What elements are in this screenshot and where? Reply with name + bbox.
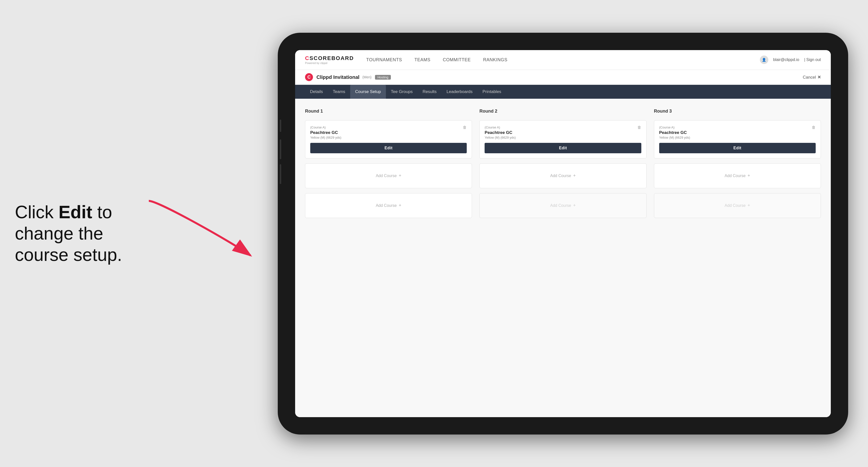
tab-details[interactable]: Details	[305, 85, 328, 99]
tab-bar: Details Teams Course Setup Tee Groups Re…	[295, 85, 831, 99]
tournament-title: Clippd Invitational	[316, 74, 359, 80]
logo-c-letter: C	[305, 55, 310, 61]
nav-committee[interactable]: COMMITTEE	[443, 57, 471, 62]
tab-printables[interactable]: Printables	[478, 85, 506, 99]
round-3-add-course-text-1: Add Course+	[725, 173, 750, 178]
round-1-column: Round 1 🗑 (Course A) Peachtree GC Yellow…	[305, 108, 472, 218]
round-1-add-course-text-1: Add Course+	[376, 173, 401, 178]
nav-links: TOURNAMENTS TEAMS COMMITTEE RANKINGS	[366, 57, 760, 62]
tab-tee-groups[interactable]: Tee Groups	[386, 85, 417, 99]
round-2-delete-icon[interactable]: 🗑	[636, 124, 643, 131]
round-3-add-course-1[interactable]: Add Course+	[654, 163, 821, 188]
round-2-add-course-text-1: Add Course+	[550, 173, 576, 178]
nav-tournaments[interactable]: TOURNAMENTS	[366, 57, 402, 62]
round-1-add-course-text-2: Add Course+	[376, 203, 401, 208]
round-3-add-course-2: Add Course+	[654, 193, 821, 218]
round-1-course-card: 🗑 (Course A) Peachtree GC Yellow (M) (66…	[305, 120, 472, 158]
round-3-delete-icon[interactable]: 🗑	[810, 124, 817, 131]
tab-results[interactable]: Results	[417, 85, 442, 99]
round-3-course-name: Peachtree GC	[659, 130, 816, 135]
round-2-column: Round 2 🗑 (Course A) Peachtree GC Yellow…	[479, 108, 646, 218]
rounds-grid: Round 1 🗑 (Course A) Peachtree GC Yellow…	[305, 108, 821, 218]
round-2-header: Round 2	[479, 108, 646, 114]
round-2-add-course-text-2: Add Course+	[550, 203, 576, 208]
nav-rankings[interactable]: RANKINGS	[483, 57, 507, 62]
round-1-course-name: Peachtree GC	[310, 130, 467, 135]
round-3-course-card: 🗑 (Course A) Peachtree GC Yellow (M) (66…	[654, 120, 821, 158]
round-1-delete-icon[interactable]: 🗑	[461, 124, 468, 131]
nav-right: 👤 blair@clippd.io | Sign out	[760, 56, 821, 64]
round-2-course-label: (Course A)	[485, 125, 641, 129]
tablet-frame: CSCOREBOARD Powered by clippd TOURNAMENT…	[278, 33, 848, 435]
round-2-edit-button[interactable]: Edit	[485, 143, 641, 153]
round-3-column: Round 3 🗑 (Course A) Peachtree GC Yellow…	[654, 108, 821, 218]
round-2-course-card: 🗑 (Course A) Peachtree GC Yellow (M) (66…	[479, 120, 646, 158]
round-2-add-course-2: Add Course+	[479, 193, 646, 218]
round-3-edit-button[interactable]: Edit	[659, 143, 816, 153]
bold-edit: Edit	[59, 202, 92, 222]
round-1-header: Round 1	[305, 108, 472, 114]
secondary-header: C Clippd Invitational (Men) Hosting Canc…	[295, 70, 831, 85]
logo-subtitle: Powered by clippd	[305, 62, 354, 64]
tablet-screen: CSCOREBOARD Powered by clippd TOURNAMENT…	[295, 50, 831, 417]
round-3-course-label: (Course A)	[659, 125, 816, 129]
main-content: Round 1 🗑 (Course A) Peachtree GC Yellow…	[295, 99, 831, 417]
scoreboard-logo: CSCOREBOARD	[305, 55, 354, 62]
tournament-logo-icon: C	[305, 73, 313, 81]
round-1-course-details: Yellow (M) (6629 yds)	[310, 136, 467, 139]
user-avatar: 👤	[760, 56, 768, 64]
sign-out-link[interactable]: | Sign out	[804, 58, 821, 62]
round-1-course-label: (Course A)	[310, 125, 467, 129]
nav-teams[interactable]: TEAMS	[414, 57, 431, 62]
tab-teams[interactable]: Teams	[328, 85, 350, 99]
round-1-add-course-1[interactable]: Add Course+	[305, 163, 472, 188]
tab-leaderboards[interactable]: Leaderboards	[442, 85, 478, 99]
logo-area: CSCOREBOARD Powered by clippd	[305, 55, 354, 64]
top-nav: CSCOREBOARD Powered by clippd TOURNAMENT…	[295, 50, 831, 70]
instruction-text: Click Edit tochange thecourse setup.	[15, 201, 122, 266]
round-1-edit-button[interactable]: Edit	[310, 143, 467, 153]
cancel-button[interactable]: Cancel✕	[803, 75, 821, 80]
round-3-course-details: Yellow (M) (6629 yds)	[659, 136, 816, 139]
round-2-add-course-1[interactable]: Add Course+	[479, 163, 646, 188]
user-email: blair@clippd.io	[773, 58, 799, 62]
tab-course-setup[interactable]: Course Setup	[350, 85, 386, 99]
hosting-badge: Hosting	[375, 75, 391, 80]
round-3-add-course-text-2: Add Course+	[725, 203, 750, 208]
arrow-indicator	[134, 193, 258, 268]
round-2-course-details: Yellow (M) (6629 yds)	[485, 136, 641, 139]
round-1-add-course-2[interactable]: Add Course+	[305, 193, 472, 218]
round-2-course-name: Peachtree GC	[485, 130, 641, 135]
tournament-gender: (Men)	[362, 75, 372, 79]
round-3-header: Round 3	[654, 108, 821, 114]
